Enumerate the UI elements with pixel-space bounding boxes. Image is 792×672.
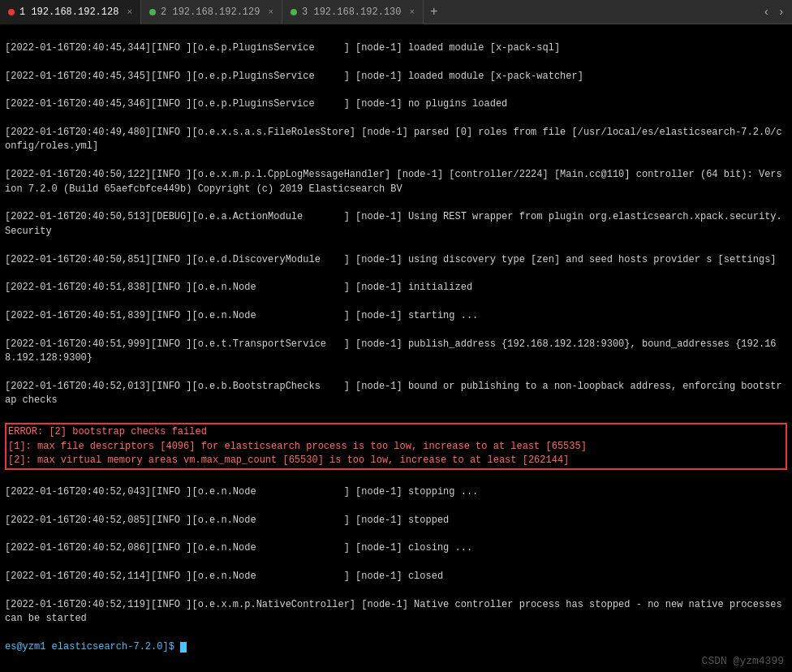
- terminal-line-22: [2022-01-16T20:40:51,839][INFO ][o.e.n.N…: [5, 309, 787, 323]
- terminal-output: [2022-01-16T20:40:45,340][INFO ][o.e.p.P…: [0, 24, 792, 672]
- terminal-line-28: [2022-01-16T20:40:52,086][INFO ][o.e.n.N…: [5, 541, 787, 555]
- terminal-line-16: [2022-01-16T20:40:45,346][INFO ][o.e.p.P…: [5, 97, 787, 111]
- terminal-line-29: [2022-01-16T20:40:52,114][INFO ][o.e.n.N…: [5, 570, 787, 584]
- terminal-line-20: [2022-01-16T20:40:50,851][INFO ][o.e.d.D…: [5, 253, 787, 267]
- tab-3[interactable]: 3 192.168.192.130×: [282, 0, 424, 24]
- tab-add-button[interactable]: +: [424, 0, 445, 24]
- terminal-line-17: [2022-01-16T20:40:49,480][INFO ][o.e.x.s…: [5, 126, 787, 154]
- tab-label-3: 3 192.168.192.130: [302, 6, 401, 18]
- tab-navigation: ‹ ›: [760, 6, 792, 19]
- tab-close-1[interactable]: ×: [127, 7, 132, 17]
- tab-close-2[interactable]: ×: [268, 7, 273, 17]
- tab-prev-button[interactable]: ‹: [760, 6, 772, 19]
- terminal-line-26: [2022-01-16T20:40:52,043][INFO ][o.e.n.N…: [5, 485, 787, 499]
- terminal-line-19: [2022-01-16T20:40:50,513][DEBUG][o.e.a.A…: [5, 210, 787, 239]
- terminal-line-24: [2022-01-16T20:40:52,013][INFO ][o.e.b.B…: [5, 380, 787, 408]
- terminal-line-18: [2022-01-16T20:40:50,122][INFO ][o.e.x.m…: [5, 168, 787, 196]
- tab-2[interactable]: 2 192.168.192.129×: [141, 0, 282, 24]
- terminal-line-15: [2022-01-16T20:40:45,345][INFO ][o.e.p.P…: [5, 70, 787, 84]
- prompt-line[interactable]: es@yzm1 elasticsearch-7.2.0]$: [5, 640, 787, 654]
- terminal-line-27: [2022-01-16T20:40:52,085][INFO ][o.e.n.N…: [5, 514, 787, 528]
- tab-dot-2: [149, 9, 156, 15]
- tab-dot-3: [291, 9, 297, 15]
- terminal-line-14: [2022-01-16T20:40:45,344][INFO ][o.e.p.P…: [5, 41, 787, 55]
- error-block: ERROR: [2] bootstrap checks failed [1]: …: [5, 423, 787, 470]
- tab-bar: 1 192.168.192.128×2 192.168.192.129×3 19…: [0, 0, 792, 24]
- terminal-line-13: [2022-01-16T20:40:45,344][INFO ][o.e.p.P…: [5, 24, 787, 27]
- tab-1[interactable]: 1 192.168.192.128×: [0, 0, 141, 24]
- tab-label-1: 1 192.168.192.128: [19, 6, 118, 18]
- terminal-line-23: [2022-01-16T20:40:51,999][INFO ][o.e.t.T…: [5, 338, 787, 366]
- tab-dot-1: [8, 9, 15, 15]
- terminal-line-21: [2022-01-16T20:40:51,838][INFO ][o.e.n.N…: [5, 281, 787, 295]
- tab-label-2: 2 192.168.192.129: [161, 6, 260, 18]
- terminal-line-30: [2022-01-16T20:40:52,119][INFO ][o.e.x.m…: [5, 598, 787, 627]
- cursor: [180, 642, 187, 653]
- tab-close-3[interactable]: ×: [409, 7, 415, 17]
- tab-next-button[interactable]: ›: [776, 6, 787, 19]
- watermark: CSDN @yzm4399: [702, 655, 784, 667]
